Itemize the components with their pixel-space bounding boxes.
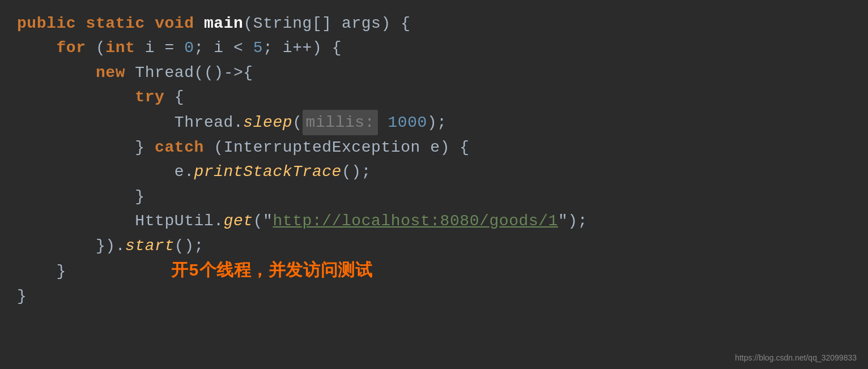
keyword-try: try — [135, 85, 164, 109]
keyword-static: static — [86, 11, 145, 36]
watermark: https://blog.csdn.net/qq_32099833 — [735, 353, 857, 362]
line-7: e.printStackTrace(); — [17, 160, 851, 184]
line-3: new Thread(()->{ — [17, 61, 851, 85]
number-1000: 1000 — [388, 110, 427, 135]
line-10: }).start(); — [17, 234, 851, 258]
line-8: } — [17, 184, 851, 209]
line-6: } catch (InterruptedException e) { — [17, 135, 851, 160]
line-5: Thread.sleep(millis: 1000); — [17, 110, 851, 135]
keyword-void: void — [155, 11, 194, 36]
method-printstacktrace: printStackTrace — [194, 160, 342, 184]
method-get: get — [224, 209, 253, 233]
annotation-text: 开5个线程，并发访问测试 — [66, 258, 372, 285]
code-block: public static void main(String[] args) {… — [17, 11, 851, 309]
number-5: 5 — [253, 36, 263, 60]
line-9: HttpUtil.get("http://localhost:8080/good… — [17, 209, 851, 233]
number-0: 0 — [184, 36, 194, 60]
param-hint-millis: millis: — [303, 110, 378, 135]
method-main: main — [204, 11, 243, 36]
keyword-catch: catch — [155, 135, 204, 160]
line-2: for (int i = 0; i < 5; i++) { — [17, 36, 851, 60]
method-sleep: sleep — [243, 110, 292, 135]
line-1: public static void main(String[] args) { — [17, 11, 851, 36]
keyword-int: int — [105, 36, 135, 60]
keyword-new: new — [96, 61, 125, 85]
method-start: start — [125, 234, 175, 258]
line-11: } 开5个线程，并发访问测试 — [17, 258, 851, 285]
line-12: } — [17, 284, 851, 308]
line-4: try { — [17, 85, 851, 109]
keyword-public: public — [17, 11, 76, 36]
code-container: public static void main(String[] args) {… — [0, 0, 868, 369]
keyword-for: for — [56, 36, 86, 60]
url-link[interactable]: http://localhost:8080/goods/1 — [273, 209, 558, 233]
